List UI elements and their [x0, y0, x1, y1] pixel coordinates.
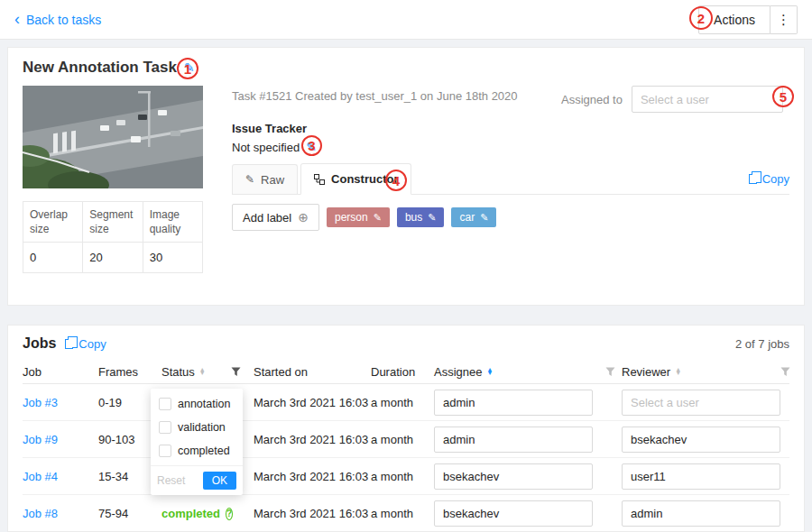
frames-cell: 75-94: [98, 507, 161, 520]
started-cell: March 3rd 2021 16:03: [254, 396, 371, 409]
filter-option-label: annotation: [178, 398, 230, 410]
filter-option-label: completed: [178, 445, 230, 457]
pencil-icon: ✎: [245, 173, 254, 186]
copy-jobs-label: Copy: [78, 337, 106, 351]
jobs-header: Jobs Copy 2 of 7 jobs: [23, 335, 789, 352]
job-link[interactable]: Job #8: [23, 507, 98, 520]
add-label-label: Add label: [243, 211, 291, 225]
copy-icon: [749, 174, 757, 184]
label-tag-person[interactable]: person ✎: [327, 207, 390, 227]
filter-option-label: validation: [178, 421, 226, 434]
job-row: Job #9 90-103 March 3rd 2021 16:03 a mon…: [23, 421, 789, 458]
task-assignee-select[interactable]: [632, 86, 783, 113]
label-tag-bus[interactable]: bus ✎: [397, 207, 445, 227]
reviewer-filter-button[interactable]: [779, 367, 791, 377]
more-actions-button[interactable]: ⋮: [770, 5, 798, 34]
column-job: Job: [23, 365, 98, 379]
edit-label-icon[interactable]: ✎: [374, 212, 382, 224]
job-link[interactable]: Job #9: [23, 433, 98, 446]
param-header-segment: Segment size: [83, 202, 143, 243]
edit-label-icon[interactable]: ✎: [480, 212, 488, 224]
job-assignee-input[interactable]: [434, 463, 593, 490]
jobs-title: Jobs: [23, 335, 56, 352]
column-duration: Duration: [371, 365, 434, 379]
job-reviewer-input[interactable]: [622, 390, 780, 416]
checkbox-icon[interactable]: [159, 398, 171, 410]
actions-group: Actions ⋮: [698, 5, 798, 34]
jobs-card: Jobs Copy 2 of 7 jobs Job Frames Status …: [7, 325, 805, 532]
job-reviewer-input[interactable]: [622, 500, 780, 527]
job-link[interactable]: Job #3: [23, 396, 98, 409]
job-assignee-input[interactable]: [434, 427, 593, 453]
edit-label-icon[interactable]: ✎: [428, 212, 436, 224]
duration-cell: a month: [371, 470, 434, 483]
tab-raw-label: Raw: [261, 173, 284, 187]
copy-labels-label: Copy: [762, 172, 789, 186]
job-row: Job #8 75-94 completed ? March 3rd 2021 …: [23, 495, 789, 532]
copy-icon: [65, 339, 73, 349]
labels-tabs: ✎ Raw Constructor Copy: [232, 163, 789, 195]
vertical-dots-icon: ⋮: [777, 12, 790, 27]
started-cell: March 3rd 2021 16:03: [254, 470, 371, 483]
filter-ok-button[interactable]: OK: [203, 472, 236, 490]
status-filter-button[interactable]: [217, 367, 254, 377]
plus-circle-icon: ⊕: [298, 211, 309, 224]
job-link[interactable]: Job #4: [23, 470, 98, 483]
chevron-left-icon: ‹: [14, 11, 20, 27]
callout-4: 4: [385, 170, 407, 191]
copy-labels-link[interactable]: Copy: [749, 172, 789, 194]
label-tag-car[interactable]: car ✎: [451, 207, 496, 227]
filter-footer: Reset OK: [151, 465, 243, 495]
filter-funnel-icon: [605, 367, 615, 377]
assigned-to-label: Assigned to: [561, 93, 623, 106]
issue-tracker-value: Not specified: [232, 141, 300, 154]
callout-2: 2: [689, 6, 713, 30]
question-circle-icon[interactable]: ?: [226, 508, 233, 520]
issue-tracker-label: Issue Tracker: [232, 122, 307, 135]
column-status-sort[interactable]: Status ▲▼: [161, 365, 217, 379]
jobs-count: 2 of 7 jobs: [735, 337, 789, 351]
job-assignee-input[interactable]: [434, 390, 593, 416]
param-value-segment: 20: [83, 243, 143, 273]
column-assignee-sort[interactable]: Assignee ▲▼: [434, 365, 598, 379]
assigned-to-group: Assigned to: [561, 86, 783, 113]
column-started-on: Started on: [254, 365, 371, 379]
filter-option-annotation[interactable]: annotation: [151, 392, 243, 416]
sort-icon: ▲▼: [199, 368, 206, 375]
checkbox-icon[interactable]: [159, 421, 171, 434]
copy-jobs-link[interactable]: Copy: [65, 337, 106, 351]
param-header-overlap: Overlap size: [23, 202, 83, 243]
assignee-filter-button[interactable]: [598, 367, 622, 377]
callout-5: 5: [772, 86, 794, 107]
label-tag-bus-name: bus: [405, 211, 422, 224]
task-title: New Annotation Task: [23, 59, 177, 77]
label-tag-car-name: car: [459, 211, 475, 224]
filter-funnel-icon: [231, 367, 241, 377]
params-value-row: 0 20 30: [23, 243, 203, 273]
job-reviewer-input[interactable]: [622, 427, 780, 453]
param-value-quality: 30: [143, 243, 202, 273]
jobs-table: Job Frames Status ▲▼ Started on Duration…: [23, 360, 789, 532]
filter-option-validation[interactable]: validation: [151, 416, 243, 439]
page: ‹ Back to tasks Actions ⋮ New Annotation…: [0, 0, 812, 532]
task-meta: Task #1521 Created by test_user_1 on Jun…: [232, 89, 518, 103]
tab-raw[interactable]: ✎ Raw: [232, 164, 298, 194]
task-title-row: New Annotation Task ✎: [23, 59, 195, 77]
task-params-table: Overlap size Segment size Image quality …: [23, 201, 203, 273]
jobs-table-header: Job Frames Status ▲▼ Started on Duration…: [23, 360, 789, 384]
sort-icon: ▲▼: [486, 368, 493, 375]
job-assignee-input[interactable]: [434, 500, 593, 527]
job-reviewer-input[interactable]: [622, 463, 780, 490]
back-to-tasks-link[interactable]: ‹ Back to tasks: [14, 13, 101, 27]
add-label-button[interactable]: Add label ⊕: [232, 204, 319, 231]
params-header-row: Overlap size Segment size Image quality: [23, 202, 203, 243]
callout-1: 1: [177, 58, 198, 79]
duration-cell: a month: [371, 396, 434, 409]
filter-option-completed[interactable]: completed: [151, 439, 243, 463]
label-tag-person-name: person: [335, 211, 368, 224]
status-filter-dropdown: annotation validation completed Reset OK: [151, 389, 243, 495]
labels-constructor: Add label ⊕ person ✎ bus ✎ car ✎: [232, 204, 496, 231]
column-reviewer-sort[interactable]: Reviewer ▲▼: [622, 365, 779, 379]
filter-reset-button[interactable]: Reset: [157, 474, 185, 487]
checkbox-icon[interactable]: [159, 445, 171, 457]
